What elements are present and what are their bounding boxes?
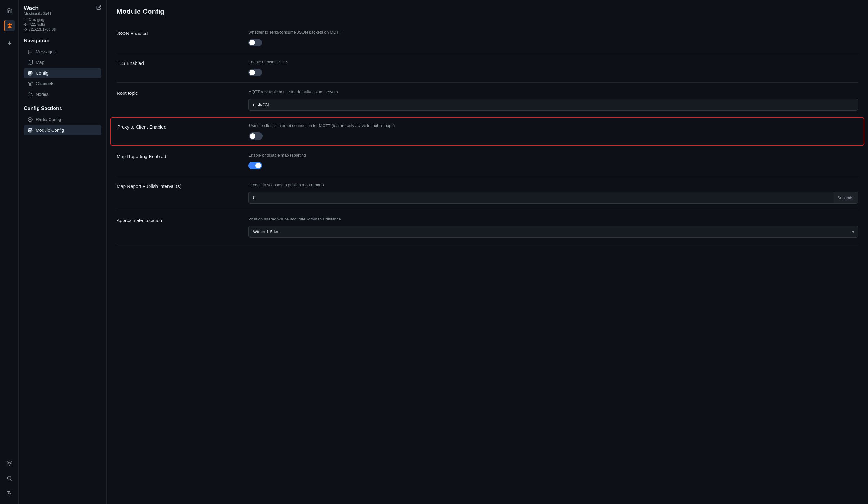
radio-config-label: Radio Config [36, 117, 61, 122]
tls-enabled-description: Enable or disable TLS [248, 59, 858, 65]
tls-enabled-content: Enable or disable TLS [248, 59, 858, 76]
messages-label: Messages [36, 49, 56, 54]
device-charging: Charging [24, 17, 56, 22]
proxy-to-client-content: Use the client's internet connection for… [249, 123, 857, 140]
setting-approximate-location: Approximate Location Position shared wil… [117, 210, 858, 244]
sun-icon[interactable] [4, 457, 15, 469]
map-label: Map [36, 60, 44, 65]
approximate-location-label: Approximate Location [117, 216, 236, 223]
svg-point-11 [30, 130, 31, 131]
app-icon[interactable] [4, 20, 15, 31]
nav-section-title: Navigation [24, 38, 101, 43]
messages-icon [28, 49, 33, 54]
map-icon [28, 60, 33, 65]
voltage-label: 4.21 volts [29, 22, 45, 27]
tls-enabled-toggle[interactable] [248, 69, 262, 76]
approximate-location-description: Position shared will be accurate within … [248, 216, 858, 222]
root-topic-label: Root topic [117, 89, 236, 95]
proxy-to-client-toggle[interactable] [249, 132, 263, 140]
svg-point-1 [7, 476, 11, 480]
nodes-label: Nodes [36, 92, 48, 97]
device-header: Wach Meshtastic 3b44 Charging 4.21 volts [24, 5, 101, 32]
root-topic-content: MQTT root topic to use for default/custo… [248, 89, 858, 110]
root-topic-description: MQTT root topic to use for default/custo… [248, 89, 858, 95]
main-content: Module Config JSON Enabled Whether to se… [106, 0, 868, 504]
config-item-radio[interactable]: Radio Config [24, 114, 101, 124]
map-publish-interval-input[interactable] [249, 192, 833, 203]
approximate-location-select[interactable]: Within 1.5 km Within 5 km Within 10 km E… [248, 226, 858, 238]
map-publish-interval-label: Map Report Publish Interval (s) [117, 182, 236, 189]
json-enabled-description: Whether to send/consume JSON packets on … [248, 30, 858, 35]
config-sections-title: Config Sections [24, 106, 101, 111]
tls-enabled-toggle-wrap [248, 69, 858, 76]
sidebar-item-map[interactable]: Map [24, 57, 101, 68]
sidebar-item-messages[interactable]: Messages [24, 47, 101, 57]
bottom-icons [4, 457, 15, 499]
svg-rect-2 [24, 19, 27, 20]
svg-marker-4 [28, 60, 33, 64]
approximate-location-content: Position shared will be accurate within … [248, 216, 858, 238]
map-reporting-toggle[interactable] [248, 162, 262, 169]
svg-point-0 [8, 462, 10, 464]
svg-point-9 [29, 92, 30, 94]
battery-icon [24, 18, 28, 21]
map-publish-interval-description: Interval in seconds to publish map repor… [248, 182, 858, 188]
search-icon[interactable] [4, 473, 15, 484]
map-publish-interval-content: Interval in seconds to publish map repor… [248, 182, 858, 203]
svg-point-10 [30, 119, 31, 120]
setting-root-topic: Root topic MQTT root topic to use for de… [117, 83, 858, 117]
version-label: v2.5.13.1a06f88 [29, 27, 56, 32]
proxy-to-client-description: Use the client's internet connection for… [249, 123, 857, 129]
radio-config-icon [28, 117, 33, 122]
config-icon [28, 71, 33, 75]
lightning-icon [24, 23, 28, 26]
setting-map-publish-interval: Map Report Publish Interval (s) Interval… [117, 176, 858, 210]
channels-label: Channels [36, 81, 54, 86]
device-subtitle: Meshtastic 3b44 [24, 12, 56, 16]
map-reporting-description: Enable or disable map reporting [248, 152, 858, 158]
svg-point-7 [30, 72, 31, 74]
proxy-to-client-label: Proxy to Client Enabled [117, 123, 236, 130]
module-config-icon [28, 128, 33, 133]
map-publish-interval-suffix: Seconds [833, 192, 858, 203]
json-enabled-toggle-wrap [248, 39, 858, 47]
svg-rect-3 [25, 29, 27, 30]
json-enabled-content: Whether to send/consume JSON packets on … [248, 30, 858, 47]
translate-icon[interactable] [4, 488, 15, 499]
setting-tls-enabled: TLS Enabled Enable or disable TLS [117, 53, 858, 83]
tls-enabled-label: TLS Enabled [117, 59, 236, 66]
approximate-location-select-wrap: Within 1.5 km Within 5 km Within 10 km E… [248, 226, 858, 238]
proxy-to-client-toggle-wrap [249, 132, 857, 140]
page-title: Module Config [117, 8, 858, 16]
chip-icon [24, 28, 28, 31]
map-reporting-toggle-wrap [248, 162, 858, 169]
setting-proxy-to-client: Proxy to Client Enabled Use the client's… [110, 117, 864, 145]
edit-icon[interactable] [96, 5, 101, 11]
config-label: Config [36, 71, 48, 75]
svg-marker-8 [28, 82, 32, 84]
plus-icon[interactable] [4, 38, 15, 49]
map-publish-interval-input-wrap: Seconds [248, 192, 858, 203]
device-name: Wach [24, 5, 56, 12]
sidebar-item-config[interactable]: Config [24, 68, 101, 78]
device-voltage: 4.21 volts [24, 22, 56, 27]
json-enabled-label: JSON Enabled [117, 30, 236, 36]
sidebar-item-nodes[interactable]: Nodes [24, 89, 101, 99]
charging-label: Charging [29, 17, 44, 22]
json-enabled-toggle[interactable] [248, 39, 262, 47]
sidebar-item-channels[interactable]: Channels [24, 79, 101, 89]
nodes-icon [28, 92, 33, 97]
root-topic-input[interactable] [248, 99, 858, 111]
channels-icon [28, 81, 33, 86]
sidebar: Wach Meshtastic 3b44 Charging 4.21 volts [19, 0, 106, 504]
map-reporting-label: Map Reporting Enabled [117, 152, 236, 159]
setting-map-reporting-enabled: Map Reporting Enabled Enable or disable … [117, 146, 858, 176]
setting-json-enabled: JSON Enabled Whether to send/consume JSO… [117, 23, 858, 53]
module-config-label: Module Config [36, 128, 64, 133]
device-version: v2.5.13.1a06f88 [24, 27, 56, 32]
home-icon[interactable] [4, 5, 15, 16]
icon-bar [0, 0, 19, 504]
map-reporting-content: Enable or disable map reporting [248, 152, 858, 169]
config-item-module[interactable]: Module Config [24, 125, 101, 135]
